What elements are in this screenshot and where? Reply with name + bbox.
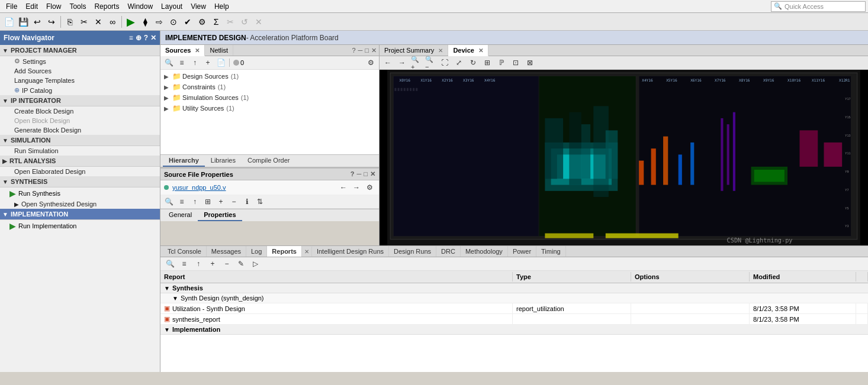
tab-reports-close[interactable]: ✕ — [302, 247, 312, 257]
nav-section-title-rtl-analysis[interactable]: ▶ RTL ANALYSIS — [0, 156, 160, 167]
nav-collapse-icon[interactable]: ≡ — [129, 34, 133, 42]
tree-item-simulation-sources[interactable]: ▶ 📁 Simulation Sources (1) — [162, 92, 378, 103]
tab-libraries[interactable]: Libraries — [205, 155, 242, 167]
tab-compile-order[interactable]: Compile Order — [242, 155, 296, 167]
reports-filter-btn[interactable]: ≡ — [178, 258, 190, 269]
tab-methodology[interactable]: Methodology — [461, 246, 508, 257]
nav-section-title-simulation[interactable]: ▼ SIMULATION — [0, 135, 160, 146]
nav-item-add-sources[interactable]: Add Sources — [0, 66, 160, 76]
reports-remove-btn[interactable]: − — [221, 258, 233, 269]
tab-power[interactable]: Power — [508, 246, 536, 257]
toolbar-cut[interactable]: ✂ — [78, 15, 91, 28]
reports-edit-btn[interactable]: ✎ — [235, 258, 247, 269]
sfp-filename[interactable]: yusur_ndpp_u50.v — [172, 184, 226, 191]
sfp-help-icon[interactable]: ? — [351, 170, 355, 178]
nav-item-run-synthesis[interactable]: ▶ Run Synthesis — [0, 187, 160, 199]
nav-item-generate-block-design[interactable]: Generate Block Design — [0, 125, 160, 135]
nav-item-language-templates[interactable]: Language Templates — [0, 76, 160, 85]
sources-collapse-btn[interactable]: ↑ — [189, 57, 201, 68]
toolbar-new[interactable]: 📄 — [2, 15, 15, 28]
tree-item-design-sources[interactable]: ▶ 📁 Design Sources (1) — [162, 71, 378, 82]
tab-tcl-console[interactable]: Tcl Console — [163, 246, 207, 257]
sfp-tab-properties[interactable]: Properties — [198, 209, 242, 221]
sfp-btn6[interactable]: − — [228, 196, 240, 207]
sfp-btn7[interactable]: ℹ — [241, 196, 253, 207]
sources-search-btn[interactable]: 🔍 — [163, 57, 175, 68]
device-zoom-out-btn[interactable]: 🔍− — [425, 57, 436, 68]
sfp-back-btn[interactable]: ← — [337, 182, 349, 193]
sfp-tab-general[interactable]: General — [163, 209, 198, 221]
tab-netlist[interactable]: Netlist — [205, 45, 233, 56]
nav-section-title-synthesis[interactable]: ▼ SYNTHESIS — [0, 176, 160, 187]
nav-item-create-block-design[interactable]: Create Block Design — [0, 106, 160, 116]
reports-search-btn[interactable]: 🔍 — [164, 258, 176, 269]
nav-item-run-implementation[interactable]: ▶ Run Implementation — [0, 220, 160, 232]
report-row-synthesis-report[interactable]: ▣ synthesis_report 8/1/23, 3:58 PM — [160, 314, 868, 325]
tab-drc[interactable]: DRC — [436, 246, 461, 257]
sfp-maximize-icon[interactable]: □ — [364, 170, 368, 178]
menu-edit[interactable]: Edit — [22, 1, 41, 12]
reports-add-btn[interactable]: + — [207, 258, 218, 269]
toolbar-step2[interactable]: ⇨ — [153, 15, 166, 28]
sfp-filter-btn[interactable]: ≡ — [176, 196, 188, 207]
menu-flow[interactable]: Flow — [43, 1, 65, 12]
nav-item-ip-catalog[interactable]: ⊕ IP Catalog — [0, 85, 160, 95]
menu-tools[interactable]: Tools — [66, 1, 89, 12]
sfp-btn8[interactable]: ⇅ — [254, 196, 266, 207]
toolbar-infinity[interactable]: ∞ — [106, 15, 119, 28]
tab-messages[interactable]: Messages — [207, 246, 246, 257]
sfp-minimize-icon[interactable]: ─ — [357, 170, 362, 178]
tab-timing[interactable]: Timing — [536, 246, 566, 257]
nav-section-title-implementation[interactable]: ▼ IMPLEMENTATION — [0, 209, 160, 220]
device-expand-btn[interactable]: ⤢ — [453, 57, 465, 68]
menu-layout[interactable]: Layout — [157, 1, 186, 12]
menu-window[interactable]: Window — [124, 1, 156, 12]
toolbar-clear[interactable]: ✕ — [252, 15, 265, 28]
device-zoom-in-btn[interactable]: 🔍+ — [410, 57, 422, 68]
nav-item-open-block-design[interactable]: Open Block Design — [0, 116, 160, 125]
menu-file[interactable]: File — [2, 1, 21, 12]
device-refresh-btn[interactable]: ↻ — [467, 57, 479, 68]
tab-reports[interactable]: Reports — [267, 246, 302, 257]
toolbar-save[interactable]: 💾 — [17, 15, 30, 28]
sources-minimize-icon[interactable]: ─ — [358, 47, 363, 54]
nav-section-title-ip-integrator[interactable]: ▼ IP INTEGRATOR — [0, 95, 160, 106]
sfp-close-icon[interactable]: ✕ — [370, 170, 375, 178]
tab-log[interactable]: Log — [246, 246, 267, 257]
reports-collapse-btn[interactable]: ↑ — [192, 258, 204, 269]
menu-reports[interactable]: Reports — [91, 1, 123, 12]
nav-section-title-project-manager[interactable]: ▼ PROJECT MANAGER — [0, 45, 160, 56]
sources-filter-btn[interactable]: ≡ — [176, 57, 188, 68]
sfp-collapse-btn[interactable]: ↑ — [189, 196, 201, 207]
tab-device[interactable]: Device ✕ — [448, 45, 488, 56]
sources-tab-close[interactable]: ✕ — [195, 47, 200, 54]
toolbar-settings[interactable]: ⚙ — [195, 15, 208, 28]
toolbar-sum[interactable]: Σ — [210, 15, 223, 28]
sources-settings-btn[interactable]: ⚙ — [365, 57, 377, 68]
tree-item-utility-sources[interactable]: ▶ 📁 Utility Sources (1) — [162, 103, 378, 114]
nav-item-open-synthesized-design[interactable]: ▶ Open Synthesized Design — [0, 199, 160, 209]
device-forward-btn[interactable]: → — [396, 57, 408, 68]
device-prop-btn[interactable]: ℙ — [496, 57, 507, 68]
nav-close-icon[interactable]: ✕ — [150, 34, 156, 42]
nav-item-run-simulation[interactable]: Run Simulation — [0, 146, 160, 156]
nav-item-settings[interactable]: ⚙ Settings — [0, 56, 160, 66]
sfp-btn5[interactable]: + — [215, 196, 227, 207]
device-grid-btn[interactable]: ⊞ — [481, 57, 493, 68]
sources-close-icon[interactable]: ✕ — [371, 47, 377, 54]
toolbar-run[interactable]: ▶ — [124, 15, 137, 28]
device-layout-btn[interactable]: ⊡ — [510, 57, 522, 68]
report-row-utilization[interactable]: ▣ Utilization - Synth Design report_util… — [160, 303, 868, 314]
nav-pin-icon[interactable]: ⊕ — [136, 34, 142, 42]
menu-help[interactable]: Help — [211, 1, 233, 12]
sfp-search-btn[interactable]: 🔍 — [163, 196, 175, 207]
device-fit-btn[interactable]: ⛶ — [439, 57, 451, 68]
sources-help-icon[interactable]: ? — [352, 47, 355, 54]
toolbar-step[interactable]: ⧫ — [139, 15, 152, 28]
device-layout2-btn[interactable]: ⊠ — [524, 57, 536, 68]
toolbar-check[interactable]: ✔ — [181, 15, 194, 28]
toolbar-cancel[interactable]: ✕ — [92, 15, 105, 28]
sources-maximize-icon[interactable]: □ — [365, 47, 369, 54]
tab-hierarchy[interactable]: Hierarchy — [163, 155, 205, 167]
menu-view[interactable]: View — [187, 1, 210, 12]
